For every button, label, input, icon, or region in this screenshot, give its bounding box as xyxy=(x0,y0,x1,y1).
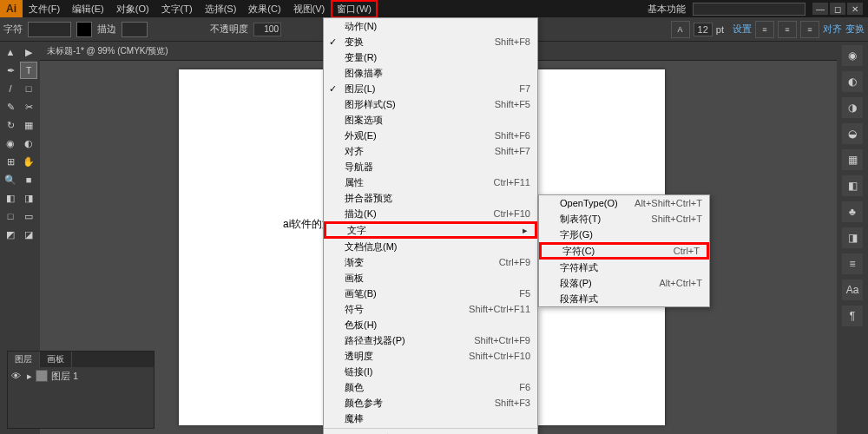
menu-item-透明度[interactable]: 透明度Shift+Ctrl+F10 xyxy=(324,348,537,364)
menu-窗口W[interactable]: 窗口(W) xyxy=(331,0,378,18)
align-right-icon[interactable]: ≡ xyxy=(800,21,819,38)
menu-文字T[interactable]: 文字(T) xyxy=(155,0,199,18)
submenu-item-字符(C)[interactable]: 字符(C)Ctrl+T xyxy=(539,242,709,260)
panel-icon-9[interactable]: Aa xyxy=(842,279,863,300)
menu-item-拼合器预览[interactable]: 拼合器预览 xyxy=(324,190,537,206)
panel-icon-6[interactable]: ♣ xyxy=(842,201,863,222)
submenu-item-段落样式[interactable]: 段落样式 xyxy=(539,291,709,306)
transform-link[interactable]: 变换 xyxy=(845,23,865,36)
align-link[interactable]: 对齐 xyxy=(823,23,842,36)
menu-item-画笔(B)[interactable]: 画笔(B)F5 xyxy=(324,286,537,301)
tool-19[interactable]: ▭ xyxy=(20,207,37,225)
tool-13[interactable]: ✋ xyxy=(20,153,37,170)
menu-文件F[interactable]: 文件(F) xyxy=(23,0,66,18)
menu-item-画板[interactable]: 画板 xyxy=(324,270,537,286)
menu-item-图像描摹[interactable]: 图像描摹 xyxy=(324,65,537,81)
tool-18[interactable]: □ xyxy=(2,207,19,225)
tool-8[interactable]: ↻ xyxy=(2,116,19,134)
character-label[interactable]: 字符 xyxy=(3,23,23,36)
menu-item-颜色参考[interactable]: 颜色参考Shift+F3 xyxy=(324,395,537,411)
panel-icon-1[interactable]: ◐ xyxy=(842,71,863,92)
menu-item-图层(L)[interactable]: 图层(L)F7 xyxy=(324,81,537,96)
layers-panel[interactable]: 图层 画板 👁 ▸ 图层 1 xyxy=(7,351,155,429)
tool-12[interactable]: ⊞ xyxy=(2,153,19,170)
submenu-item-段落(P)[interactable]: 段落(P)Alt+Ctrl+T xyxy=(539,275,709,291)
fill-swatch[interactable] xyxy=(76,22,92,37)
tool-4[interactable]: / xyxy=(2,80,19,97)
tool-11[interactable]: ◐ xyxy=(20,135,37,152)
minimize-button[interactable]: — xyxy=(812,3,828,15)
workspace-switcher[interactable]: 基本功能 xyxy=(648,3,686,16)
layer-row[interactable]: 👁 ▸ 图层 1 xyxy=(8,367,154,385)
tool-0[interactable]: ▲ xyxy=(2,43,19,61)
tool-6[interactable]: ✎ xyxy=(2,98,19,115)
menu-item-渐变[interactable]: 渐变Ctrl+F9 xyxy=(324,254,537,270)
char-panel-icon[interactable]: A xyxy=(671,21,690,38)
panel-icon-5[interactable]: ◧ xyxy=(842,175,863,196)
layer-name[interactable]: 图层 1 xyxy=(51,370,78,383)
tool-20[interactable]: ◩ xyxy=(2,226,19,243)
tool-21[interactable]: ◪ xyxy=(20,226,37,243)
settings-link[interactable]: 设置 xyxy=(733,23,752,36)
menu-item-属性[interactable]: 属性Ctrl+F11 xyxy=(324,174,537,190)
menu-效果C[interactable]: 效果(C) xyxy=(242,0,286,18)
submenu-item-制表符(T)[interactable]: 制表符(T)Shift+Ctrl+T xyxy=(539,211,709,227)
menu-item-动作(N)[interactable]: 动作(N) xyxy=(324,18,537,34)
panel-icon-2[interactable]: ◑ xyxy=(842,97,863,118)
menu-item-变量(R)[interactable]: 变量(R) xyxy=(324,49,537,65)
menu-item-色板(H)[interactable]: 色板(H) xyxy=(324,317,537,332)
tool-17[interactable]: ◨ xyxy=(20,189,37,207)
tool-15[interactable]: ■ xyxy=(20,171,37,188)
close-button[interactable]: ✕ xyxy=(847,3,863,15)
menu-编辑E[interactable]: 编辑(E) xyxy=(66,0,110,18)
menu-item-文字[interactable]: 文字▸ xyxy=(324,221,537,239)
visibility-icon[interactable]: 👁 xyxy=(11,371,23,381)
tool-10[interactable]: ◉ xyxy=(2,135,19,152)
menu-item-对齐[interactable]: 对齐Shift+F7 xyxy=(324,143,537,159)
maximize-button[interactable]: ◻ xyxy=(830,3,845,15)
menu-item-外观(E)[interactable]: 外观(E)Shift+F6 xyxy=(324,128,537,143)
menu-item-图形样式库[interactable]: 图形样式库▸ xyxy=(324,431,537,434)
menu-item-魔棒[interactable]: 魔棒 xyxy=(324,411,537,426)
menu-item-符号[interactable]: 符号Shift+Ctrl+F11 xyxy=(324,301,537,317)
menu-item-文档信息(M)[interactable]: 文档信息(M) xyxy=(324,239,537,254)
submenu-item-字符样式[interactable]: 字符样式 xyxy=(539,260,709,275)
panel-icon-7[interactable]: ◨ xyxy=(842,227,863,248)
tool-9[interactable]: ▦ xyxy=(20,116,37,134)
menu-对象O[interactable]: 对象(O) xyxy=(110,0,155,18)
stroke-label[interactable]: 描边 xyxy=(97,23,116,36)
menu-item-变换[interactable]: 变换Shift+F8 xyxy=(324,34,537,49)
submenu-item-字形(G)[interactable]: 字形(G) xyxy=(539,227,709,242)
font-dropdown-1[interactable] xyxy=(28,22,71,37)
opacity-input[interactable] xyxy=(253,23,281,36)
align-center-icon[interactable]: ≡ xyxy=(778,21,797,38)
pt-value[interactable]: 12 xyxy=(694,23,713,36)
submenu-item-OpenType(O)[interactable]: OpenType(O)Alt+Shift+Ctrl+T xyxy=(539,195,709,211)
menu-item-图形样式(S)[interactable]: 图形样式(S)Shift+F5 xyxy=(324,96,537,112)
panel-icon-8[interactable]: ≡ xyxy=(842,253,863,274)
panel-icon-3[interactable]: ◒ xyxy=(842,123,863,144)
tool-2[interactable]: ✒ xyxy=(2,62,19,79)
tool-1[interactable]: ▶ xyxy=(20,43,37,61)
tool-7[interactable]: ✂ xyxy=(20,98,37,115)
tool-16[interactable]: ◧ xyxy=(2,189,19,207)
panel-icon-10[interactable]: ¶ xyxy=(842,306,863,326)
tool-3[interactable]: T xyxy=(20,62,37,79)
menu-选择S[interactable]: 选择(S) xyxy=(199,0,243,18)
menu-item-路径查找器(P)[interactable]: 路径查找器(P)Shift+Ctrl+F9 xyxy=(324,332,537,348)
artboards-tab[interactable]: 画板 xyxy=(40,352,72,367)
tool-14[interactable]: 🔍 xyxy=(2,171,19,188)
panel-icon-4[interactable]: ▦ xyxy=(842,149,863,170)
menu-item-描边(K)[interactable]: 描边(K)Ctrl+F10 xyxy=(324,206,537,221)
panel-icon-0[interactable]: ◉ xyxy=(842,45,863,66)
layers-tab[interactable]: 图层 xyxy=(8,352,40,367)
menu-item-导航器[interactable]: 导航器 xyxy=(324,159,537,174)
menu-item-颜色[interactable]: 颜色F6 xyxy=(324,379,537,395)
tool-5[interactable]: □ xyxy=(20,80,37,97)
align-left-icon[interactable]: ≡ xyxy=(755,21,774,38)
menu-item-图案选项[interactable]: 图案选项 xyxy=(324,112,537,128)
menu-视图V[interactable]: 视图(V) xyxy=(287,0,332,18)
search-input[interactable] xyxy=(693,3,806,16)
stroke-width-input[interactable] xyxy=(122,22,148,37)
menu-item-链接(I)[interactable]: 链接(I) xyxy=(324,364,537,379)
